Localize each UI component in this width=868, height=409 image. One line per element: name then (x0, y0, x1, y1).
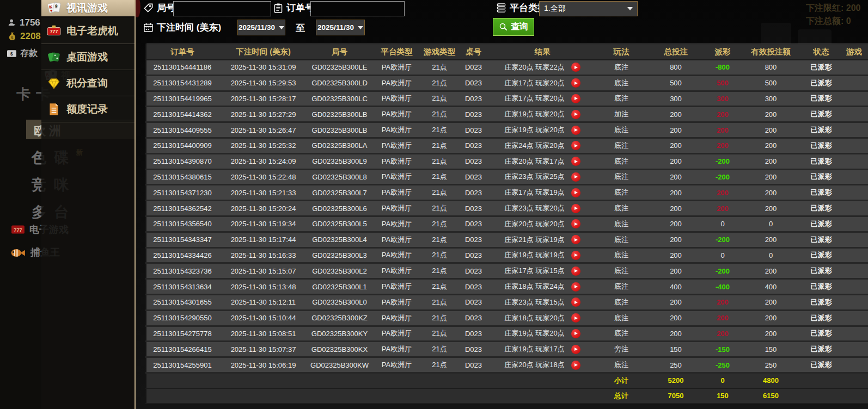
cell-payout: -200 (703, 169, 742, 185)
slots-777-icon: 777 (11, 224, 25, 236)
replay-button[interactable] (571, 251, 580, 260)
platform-select[interactable]: 1.全部 (539, 1, 638, 16)
cell-bet-time: 2025-11-30 15:27:29 (218, 107, 308, 122)
replay-button[interactable] (571, 157, 580, 166)
play-icon (574, 144, 578, 147)
cell-bet-time: 2025-11-30 15:10:44 (218, 310, 308, 326)
online-count-value: 1756 (20, 17, 40, 28)
menu-item-video-games[interactable]: K♥9 视讯游戏 (41, 0, 135, 16)
date-from-picker[interactable]: 2025/11/30 (237, 20, 285, 35)
cell-valid-bet: 0 (742, 247, 799, 263)
cell-result: 庄家20点 玩家20点 (491, 216, 594, 232)
cell-total-bet: 200 (649, 138, 703, 153)
cell-valid-bet: 250 (742, 357, 799, 373)
cell-valid-bet: 200 (742, 169, 799, 185)
round-filter-label: 局号 (143, 2, 175, 14)
menu-item-table-games[interactable]: 桌面游戏 (41, 44, 135, 70)
cell-order-id: 251130154313634 (146, 279, 218, 295)
replay-button[interactable] (571, 345, 580, 354)
replay-button[interactable] (571, 63, 580, 72)
cell-valid-bet: 300 (742, 91, 799, 107)
cell-status: 已派彩 (799, 138, 843, 153)
cell-total-bet: 200 (649, 169, 703, 185)
cell-platform: PA欧洲厅 (371, 169, 423, 185)
record-row: 251130154275778 2025-11-30 15:08:51 GD02… (146, 326, 868, 342)
cell-game (843, 107, 868, 122)
cell-table-no: D023 (456, 153, 491, 169)
cell-table-no: D023 (456, 216, 491, 232)
replay-button[interactable] (571, 126, 580, 135)
replay-button[interactable] (571, 78, 580, 88)
play-icon (574, 207, 578, 210)
order-input[interactable] (310, 1, 405, 16)
play-icon (574, 160, 578, 163)
cell-bet-time: 2025-11-30 15:25:32 (218, 138, 308, 153)
cell-order-id: 251130154431289 (146, 75, 218, 91)
cell-valid-bet: 200 (742, 107, 799, 122)
play-icon (574, 253, 578, 257)
cell-table-no: D023 (456, 263, 491, 279)
replay-button[interactable] (571, 235, 580, 244)
cell-game (843, 232, 868, 247)
cell-game-type: 21点 (423, 201, 456, 216)
col-play-type: 玩法 (594, 44, 649, 60)
cell-play-type: 底注 (594, 279, 649, 295)
cell-valid-bet: 200 (742, 201, 799, 216)
chevron-down-icon (358, 26, 363, 29)
deposit-icon: $ (7, 49, 17, 58)
replay-button[interactable] (571, 361, 580, 370)
cell-payout: 200 (703, 122, 742, 138)
replay-button[interactable] (571, 219, 580, 228)
cell-result: 庄家18点 玩家24点 (491, 279, 594, 295)
cell-game-type: 21点 (423, 247, 456, 263)
slots-777-icon: 777 (47, 24, 61, 38)
search-button[interactable]: 查询 (493, 18, 534, 36)
replay-button[interactable] (571, 329, 580, 338)
replay-button[interactable] (571, 110, 580, 119)
cell-order-id: 251130154409555 (146, 122, 218, 138)
cell-order-id: 251130154400909 (146, 138, 218, 153)
replay-button[interactable] (571, 94, 580, 103)
replay-button[interactable] (571, 267, 580, 276)
date-to-picker[interactable]: 2025/11/30 (316, 20, 365, 35)
cell-status: 已派彩 (799, 357, 843, 373)
replay-button[interactable] (571, 282, 580, 292)
cell-bet-time: 2025-11-30 15:28:17 (218, 91, 308, 107)
round-input[interactable] (173, 1, 271, 16)
menu-item-label: 积分查询 (66, 76, 108, 90)
cell-game-type: 21点 (423, 169, 456, 185)
cell-platform: PA欧洲厅 (371, 153, 423, 169)
cell-game (843, 294, 868, 310)
record-row: 251130154343347 2025-11-30 15:17:44 GD02… (146, 232, 868, 247)
subtotal-label: 小计 (594, 373, 649, 388)
cell-payout: -150 (703, 342, 742, 357)
decor-red-sliver (136, 0, 140, 17)
record-row: 251130154301655 2025-11-30 15:12:11 GD02… (146, 294, 868, 310)
cell-payout: 200 (703, 201, 742, 216)
cell-valid-bet: 0 (742, 216, 799, 232)
cell-play-type: 底注 (594, 75, 649, 91)
col-game: 游戏 (843, 44, 868, 60)
replay-button[interactable] (571, 188, 580, 197)
replay-button[interactable] (571, 204, 580, 213)
replay-button[interactable] (571, 172, 580, 182)
result-text: 庄家18点 玩家20点 (504, 313, 565, 323)
record-row: 251130154266415 2025-11-30 15:07:37 GD02… (146, 342, 868, 357)
cell-total-bet: 200 (649, 216, 703, 232)
replay-button[interactable] (571, 141, 580, 150)
cell-table-no: D023 (456, 232, 491, 247)
total-payout: 150 (703, 388, 742, 404)
cell-platform: PA欧洲厅 (371, 75, 423, 91)
moneybag-icon: $ (8, 32, 17, 42)
play-icon (574, 66, 578, 69)
replay-button[interactable] (571, 298, 580, 307)
replay-button[interactable] (571, 313, 580, 323)
menu-item-credit-records[interactable]: 额度记录 (41, 96, 135, 122)
menu-item-points-query[interactable]: 积分查询 (41, 70, 135, 96)
result-text: 庄家23点 玩家25点 (504, 172, 565, 182)
cell-total-bet: 250 (649, 357, 703, 373)
menu-item-slots[interactable]: 777 电子老虎机 (41, 18, 135, 44)
cell-round-id: GD02325B300L3 (308, 247, 371, 263)
cell-play-type: 底注 (594, 185, 649, 201)
record-row: 251130154400909 2025-11-30 15:25:32 GD02… (146, 138, 868, 153)
